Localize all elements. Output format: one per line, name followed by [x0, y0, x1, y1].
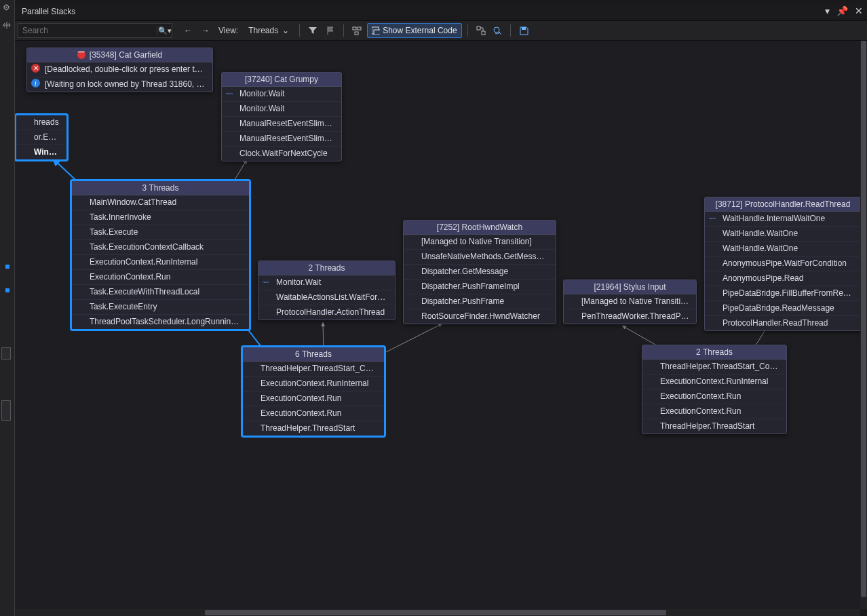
frame-row[interactable]: UnsafeNativeMethods.GetMessageW — [404, 249, 556, 264]
filter-icon[interactable] — [305, 23, 320, 38]
frame-row[interactable]: Clock.WaitForNextCycle — [222, 146, 341, 161]
stack-node-2threads-a[interactable]: 2 Threads 〰Monitor.Wait WaitableActionsL… — [258, 261, 396, 320]
flag-icon[interactable] — [323, 23, 338, 38]
frame-row[interactable]: i [Waiting on lock owned by Thread 31860… — [27, 77, 212, 92]
stack-node-6threads[interactable]: 6 Threads ThreadHelper.ThreadStart_Conte… — [242, 346, 385, 437]
zoom-icon[interactable] — [490, 23, 505, 38]
frame-row[interactable]: ExecutionContext.RunInternal — [72, 254, 249, 269]
node-header[interactable]: 2 Threads — [258, 261, 395, 275]
frame-row[interactable]: Dispatcher.PushFrame — [404, 294, 556, 309]
frame-row[interactable]: ExecutionContext.RunInternal — [642, 374, 786, 389]
frame-row[interactable]: WaitableActionsList.WaitForData — [258, 290, 395, 305]
frame-row[interactable]: ProtocolHandler.ReadThread — [705, 315, 861, 330]
node-header[interactable]: 3 Threads — [72, 181, 249, 195]
view-dropdown[interactable]: Threads ⌄ — [244, 24, 294, 37]
frame-row[interactable]: Task.ExecutionContextCallback — [72, 239, 249, 254]
separator — [343, 24, 344, 37]
frame-row[interactable]: ManualResetEventSlim.Wait — [222, 116, 341, 131]
stack-node-garfield[interactable]: [35348] Cat Garfield ✕ [Deadlocked, doub… — [26, 47, 213, 92]
svg-rect-2 — [355, 32, 358, 35]
drag-handle-icon[interactable] — [2, 20, 12, 30]
pin-icon[interactable]: 📌 — [836, 5, 848, 16]
nav-back-button[interactable]: ← — [180, 23, 195, 38]
stack-node-2threads-b[interactable]: 2 Threads ThreadHelper.ThreadStart_Conte… — [642, 345, 787, 434]
left-bar — [1, 347, 11, 360]
frame-row[interactable]: ThreadPoolTaskScheduler.LongRunningThre.… — [72, 314, 249, 329]
frame-row[interactable]: ThreadHelper.ThreadStart_Context — [642, 360, 786, 374]
frame-row[interactable]: WaitHandle.WaitOne — [705, 226, 861, 241]
frame-row[interactable]: Task.InnerInvoke — [72, 210, 249, 225]
panel-title: Parallel Stacks — [15, 5, 867, 19]
search-input[interactable] — [18, 26, 157, 35]
search-box[interactable]: 🔍▾ — [18, 23, 172, 38]
node-header[interactable]: [38712] ProtocolHandler.ReadThread — [705, 197, 861, 212]
frame-row[interactable]: ExecutionContext.Run — [243, 391, 384, 406]
frame-row[interactable]: MainWindow.CatThread — [72, 195, 249, 210]
minimize-panel-icon[interactable]: ▾ — [825, 5, 830, 16]
frame-row[interactable]: ExecutionContext.Run — [72, 269, 249, 284]
frame-row[interactable]: AnonymousPipe.WaitForCondition — [705, 256, 861, 271]
node-header[interactable]: [21964] Stylus Input — [564, 280, 696, 294]
frame-row[interactable]: Task.ExecuteWithThreadLocal — [72, 284, 249, 299]
frame-row[interactable]: ExecutionContext.Run — [642, 404, 786, 419]
autoarrange-icon[interactable] — [474, 23, 488, 38]
frame-row[interactable]: AnonymousPipe.Read — [705, 271, 861, 286]
scrollbar-thumb[interactable] — [861, 41, 866, 597]
vertical-scrollbar[interactable] — [860, 41, 867, 609]
node-title: [35348] Cat Garfield — [90, 50, 162, 60]
frame-row[interactable]: Monitor.Wait — [222, 101, 341, 116]
frame-row[interactable]: ProtocolHandler.ActionThread — [258, 305, 395, 320]
nav-forward-button[interactable]: → — [198, 23, 213, 38]
stack-node-partial[interactable]: hreads or.Enter Window.Buy — [15, 114, 68, 161]
frame-row[interactable]: PipeDataBridge.FillBufferFromReadPipe — [705, 286, 861, 301]
stack-node-roothwnd[interactable]: [7252] RootHwndWatch [Managed to Native … — [403, 220, 556, 324]
diagram-canvas[interactable]: [35348] Cat Garfield ✕ [Deadlocked, doub… — [15, 41, 867, 609]
frame-row[interactable]: Task.ExecuteEntry — [72, 299, 249, 314]
node-header[interactable]: [35348] Cat Garfield — [27, 48, 212, 62]
stack-node-stylus[interactable]: [21964] Stylus Input [Managed to Native … — [563, 280, 697, 324]
frame-row[interactable]: Window.Buy — [16, 145, 66, 159]
frame-text: WaitHandle.InternalWaitOne — [722, 214, 825, 223]
node-title: [7252] RootHwndWatch — [437, 223, 522, 232]
save-icon[interactable] — [516, 23, 531, 38]
frame-row[interactable]: PenThreadWorker.ThreadProc — [564, 309, 696, 324]
frame-row[interactable]: 〰Monitor.Wait — [222, 87, 341, 101]
frame-row[interactable]: ExecutionContext.Run — [642, 389, 786, 404]
frame-row[interactable]: [Managed to Native Transition] — [404, 235, 556, 249]
frame-row[interactable]: Dispatcher.GetMessage — [404, 264, 556, 279]
stack-node-3threads[interactable]: 3 Threads MainWindow.CatThread Task.Inne… — [71, 180, 250, 330]
show-external-code-toggle[interactable]: Show External Code — [367, 23, 461, 38]
frame-row[interactable]: PipeDataBridge.ReadMessage — [705, 301, 861, 315]
frame-row[interactable]: Dispatcher.PushFrameImpl — [404, 279, 556, 294]
frame-row[interactable]: [Managed to Native Transition] — [564, 294, 696, 309]
node-header[interactable]: 6 Threads — [243, 347, 384, 362]
gear-icon[interactable]: ⚙ — [3, 3, 10, 12]
scrollbar-thumb[interactable] — [205, 610, 666, 615]
frame-row[interactable]: WaitHandle.WaitOne — [705, 241, 861, 256]
close-icon[interactable]: ✕ — [855, 5, 863, 16]
frame-row[interactable]: 〰Monitor.Wait — [258, 275, 395, 290]
frame-row[interactable]: ThreadHelper.ThreadStart — [243, 421, 384, 436]
frame-row[interactable]: ThreadHelper.ThreadStart — [642, 419, 786, 434]
svg-rect-5 — [477, 26, 480, 30]
stack-node-grumpy[interactable]: [37240] Cat Grumpy 〰Monitor.Wait Monitor… — [221, 72, 342, 161]
horizontal-scrollbar[interactable] — [15, 609, 860, 616]
frame-row[interactable]: hreads — [16, 115, 66, 130]
stack-node-protocolhandler[interactable]: [38712] ProtocolHandler.ReadThread 〰Wait… — [704, 197, 862, 331]
node-header[interactable]: [37240] Cat Grumpy — [222, 73, 341, 87]
frame-row[interactable]: RootSourceFinder.HwndWatcher — [404, 309, 556, 324]
node-header[interactable]: 2 Threads — [642, 345, 786, 360]
frame-row[interactable]: ExecutionContext.RunInternal — [243, 376, 384, 391]
frame-row[interactable]: ManualResetEventSlim.Wait — [222, 131, 341, 146]
frame-group-icon[interactable] — [349, 23, 364, 38]
frame-row[interactable]: ExecutionContext.Run — [243, 406, 384, 421]
frame-row[interactable]: ThreadHelper.ThreadStart_Context — [243, 362, 384, 376]
frame-row[interactable]: 〰WaitHandle.InternalWaitOne — [705, 212, 861, 226]
frame-row[interactable]: Task.Execute — [72, 225, 249, 239]
frame-row[interactable]: ✕ [Deadlocked, double-click or press ent… — [27, 62, 212, 77]
node-header[interactable]: [7252] RootHwndWatch — [404, 220, 556, 235]
error-icon: ✕ — [31, 64, 40, 73]
search-icon[interactable]: 🔍▾ — [157, 26, 172, 35]
frame-row[interactable]: or.Enter — [16, 130, 66, 145]
frame-text: Monitor.Wait — [276, 277, 321, 287]
